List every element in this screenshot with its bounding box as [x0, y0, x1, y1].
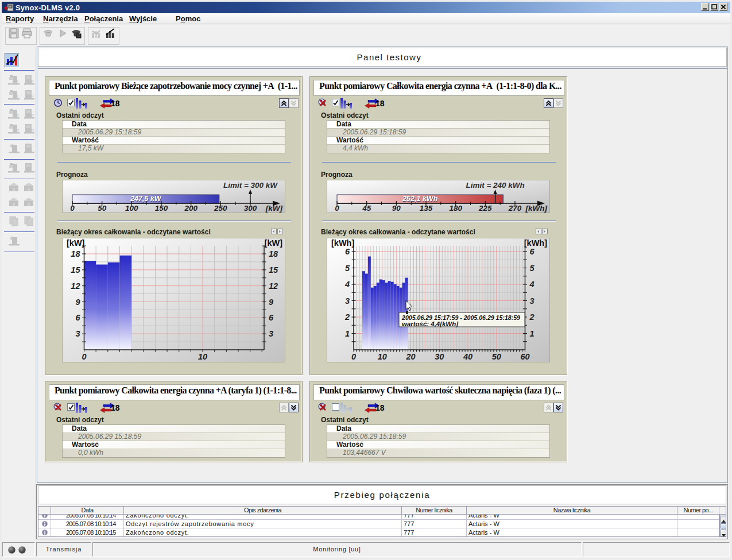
svg-text:[kWh]: [kWh] — [331, 238, 354, 248]
svg-text:6: 6 — [269, 313, 274, 322]
svg-text:60: 60 — [520, 352, 529, 361]
svg-text:6: 6 — [530, 247, 535, 256]
svg-text:[kWh]: [kWh] — [525, 204, 548, 213]
svg-text:300: 300 — [244, 204, 257, 213]
svg-text:150: 150 — [155, 204, 168, 213]
svg-text:0: 0 — [335, 204, 339, 213]
svg-text:wartość: 4,4[kWh]: wartość: 4,4[kWh] — [402, 320, 458, 327]
svg-text:45: 45 — [362, 204, 371, 213]
svg-text:270: 270 — [508, 204, 522, 213]
svg-text:3: 3 — [269, 329, 273, 338]
svg-text:E: E — [30, 94, 34, 99]
svg-text:18: 18 — [71, 249, 80, 258]
svg-text:15: 15 — [71, 265, 80, 275]
svg-text:90: 90 — [392, 204, 401, 213]
svg-text:10: 10 — [378, 352, 387, 361]
svg-text:Limit = 240 kWh: Limit = 240 kWh — [466, 181, 524, 190]
svg-text:E: E — [30, 79, 34, 84]
svg-text:200: 200 — [184, 204, 197, 213]
svg-text:1: 1 — [345, 329, 350, 338]
svg-text:250: 250 — [214, 204, 227, 213]
svg-text:3: 3 — [75, 329, 80, 338]
svg-text:P: P — [16, 113, 19, 118]
svg-text:12: 12 — [71, 281, 80, 291]
svg-text:[kW]: [kW] — [67, 238, 85, 248]
svg-text:50: 50 — [492, 352, 501, 361]
svg-text:4: 4 — [344, 280, 350, 289]
svg-text:6: 6 — [345, 247, 350, 256]
svg-text:135: 135 — [420, 204, 433, 213]
svg-text:10: 10 — [198, 352, 207, 361]
svg-text:P: P — [30, 113, 34, 118]
svg-text:Limit = 300 kW: Limit = 300 kW — [223, 181, 278, 190]
svg-text:2: 2 — [529, 312, 535, 322]
svg-text:40: 40 — [463, 352, 472, 361]
svg-text:0: 0 — [82, 352, 86, 361]
svg-text:2: 2 — [344, 312, 350, 322]
svg-text:180: 180 — [449, 204, 462, 213]
svg-text:12: 12 — [269, 281, 278, 291]
svg-text:252,1 kWh: 252,1 kWh — [402, 195, 438, 203]
svg-text:50: 50 — [98, 204, 107, 213]
svg-text:5: 5 — [530, 264, 535, 273]
svg-text:[kWh]: [kWh] — [524, 238, 547, 248]
svg-text:18: 18 — [269, 249, 278, 258]
svg-text:15: 15 — [269, 265, 278, 275]
svg-text:P.: P. — [16, 128, 20, 133]
svg-text:247,5 kW: 247,5 kW — [130, 195, 162, 203]
svg-text:3: 3 — [345, 296, 350, 306]
svg-text:[kW]: [kW] — [265, 204, 283, 213]
svg-text:20: 20 — [405, 352, 415, 361]
svg-text:1: 1 — [530, 329, 535, 338]
svg-text:9: 9 — [75, 298, 80, 307]
svg-text:3: 3 — [530, 296, 535, 306]
svg-text:E: E — [16, 79, 19, 84]
svg-text:225: 225 — [478, 204, 492, 213]
svg-text:30: 30 — [435, 352, 444, 361]
svg-text:P.: P. — [30, 128, 34, 133]
svg-text:0: 0 — [70, 204, 75, 213]
svg-text:0: 0 — [351, 352, 356, 361]
svg-text:4: 4 — [529, 280, 535, 289]
svg-text:100: 100 — [125, 204, 138, 213]
svg-text:E: E — [16, 94, 19, 99]
svg-text:9: 9 — [269, 298, 273, 307]
svg-text:5: 5 — [345, 264, 350, 273]
svg-text:[kW]: [kW] — [265, 238, 283, 248]
svg-text:6: 6 — [75, 313, 80, 322]
